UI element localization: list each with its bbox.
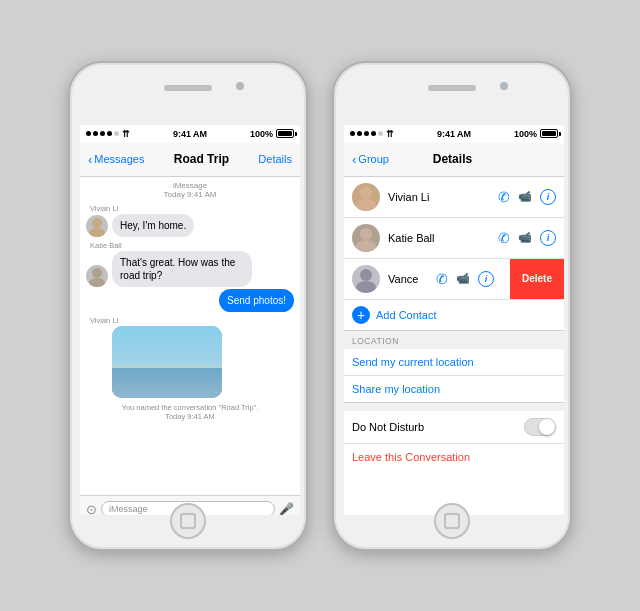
add-contact-label: Add Contact	[376, 309, 437, 321]
battery-icon-2	[540, 129, 558, 138]
svg-point-8	[360, 269, 372, 281]
nav-title-messages: Road Trip	[174, 152, 229, 166]
status-bar-1: ⇈ 9:41 AM 100%	[80, 125, 300, 143]
nav-title-details: Details	[433, 152, 472, 166]
leave-label: Leave this Conversation	[352, 451, 470, 463]
speaker	[164, 85, 212, 91]
screen-messages: ⇈ 9:41 AM 100% ‹ Messages Road Trip Deta…	[80, 125, 300, 515]
details-button[interactable]: Details	[258, 153, 292, 165]
leave-row[interactable]: Leave this Conversation	[344, 444, 564, 470]
bubble-2: That's great. How was the road trip?	[112, 251, 252, 287]
contact-row-katie: Katie Ball ✆ 📹 i	[344, 218, 564, 259]
info-icon-katie[interactable]: i	[540, 230, 556, 246]
home-button-inner-2	[444, 513, 460, 529]
battery-pct-1: 100%	[250, 129, 273, 139]
svg-point-3	[89, 278, 105, 287]
dnd-label: Do Not Disturb	[352, 421, 524, 433]
back-button-messages[interactable]: ‹ Messages	[88, 152, 144, 167]
delete-button-vance[interactable]: Delete	[510, 259, 564, 299]
home-button-inner-1	[180, 513, 196, 529]
svg-point-7	[356, 240, 376, 252]
info-icon-vance[interactable]: i	[478, 271, 494, 287]
battery-icon-1	[276, 129, 294, 138]
details-content: Vivian Li ✆ 📹 i Katie Ball ✆ 📹	[344, 177, 564, 470]
location-list: Send my current location Share my locati…	[344, 349, 564, 403]
status-bar-2: ⇈ 9:41 AM 100%	[344, 125, 564, 143]
video-icon-vivian[interactable]: 📹	[518, 190, 532, 203]
conversation-label: You named the conversation "Road Trip". …	[80, 399, 300, 425]
phone-messages: ⇈ 9:41 AM 100% ‹ Messages Road Trip Deta…	[68, 61, 308, 551]
add-contact-row[interactable]: + Add Contact	[344, 300, 564, 331]
mic-icon[interactable]: 🎤	[279, 502, 294, 515]
battery-pct-2: 100%	[514, 129, 537, 139]
bubble-wrap-1: Hey, I'm home.	[86, 214, 294, 237]
contact-actions-vance: ✆ 📹 i	[436, 271, 494, 287]
avatar-vivian-1	[86, 215, 108, 237]
status-left-2: ⇈	[350, 129, 394, 139]
back-label-messages: Messages	[94, 153, 144, 165]
contact-row-vivian: Vivian Li ✆ 📹 i	[344, 177, 564, 218]
info-icon-vivian[interactable]: i	[540, 189, 556, 205]
separator-1	[344, 403, 564, 411]
contact-name-katie: Katie Ball	[388, 232, 498, 244]
chevron-left-icon-2: ‹	[352, 152, 356, 167]
dnd-row: Do Not Disturb	[344, 411, 564, 444]
sender-vivian-photo: Vivian Li	[86, 314, 294, 326]
svg-point-0	[92, 218, 102, 228]
nav-bar-details: ‹ Group Details	[344, 143, 564, 177]
back-button-details[interactable]: ‹ Group	[352, 152, 389, 167]
camera-2	[500, 82, 508, 90]
contact-actions-vivian: ✆ 📹 i	[498, 189, 556, 205]
back-label-details: Group	[358, 153, 389, 165]
svg-point-6	[360, 228, 372, 240]
input-placeholder: iMessage	[109, 504, 148, 514]
home-button-2[interactable]	[434, 503, 470, 539]
phone-details: ⇈ 9:41 AM 100% ‹ Group Details	[332, 61, 572, 551]
phone-icon-vivian[interactable]: ✆	[498, 189, 510, 205]
speaker-2	[428, 85, 476, 91]
sender-katie: Katie Ball	[86, 239, 294, 251]
message-row-photo: Vivian Li	[80, 313, 300, 399]
sender-vivian-1: Vivian Li	[86, 202, 294, 214]
avatar-vivian-detail	[352, 183, 380, 211]
screen-details: ⇈ 9:41 AM 100% ‹ Group Details	[344, 125, 564, 515]
camera-icon[interactable]: ⊙	[86, 502, 97, 515]
video-icon-vance[interactable]: 📹	[456, 272, 470, 285]
contact-actions-katie: ✆ 📹 i	[498, 230, 556, 246]
svg-point-2	[92, 268, 102, 278]
photo-bubble	[112, 326, 222, 398]
send-location-row[interactable]: Send my current location	[344, 349, 564, 376]
wifi-icon: ⇈	[122, 129, 130, 139]
add-plus-icon: +	[352, 306, 370, 324]
message-row-3: Send photos!	[80, 288, 300, 313]
bubble-1: Hey, I'm home.	[112, 214, 194, 237]
video-icon-katie[interactable]: 📹	[518, 231, 532, 244]
status-left: ⇈	[86, 129, 130, 139]
svg-point-1	[89, 228, 105, 237]
contact-row-vance: Vance ✆ 📹 i Delete	[344, 259, 564, 300]
status-time-2: 9:41 AM	[437, 129, 471, 139]
dnd-toggle[interactable]	[524, 418, 556, 436]
contact-name-vivian: Vivian Li	[388, 191, 498, 203]
svg-point-5	[356, 199, 376, 211]
share-location-label: Share my location	[352, 383, 440, 395]
phone-icon-vance[interactable]: ✆	[436, 271, 448, 287]
avatar-vance-detail	[352, 265, 380, 293]
status-right-1: 100%	[250, 129, 294, 139]
messages-content: iMessage Today 9:41 AM Vivian Li Hey, I'…	[80, 177, 300, 495]
scene: ⇈ 9:41 AM 100% ‹ Messages Road Trip Deta…	[0, 0, 640, 611]
imessage-label: iMessage Today 9:41 AM	[80, 177, 300, 201]
phone-icon-katie[interactable]: ✆	[498, 230, 510, 246]
message-row-2: Katie Ball That's great. How was the roa…	[80, 238, 300, 288]
status-time-1: 9:41 AM	[173, 129, 207, 139]
avatar-katie-detail	[352, 224, 380, 252]
svg-point-9	[356, 281, 376, 293]
bubble-3: Send photos!	[219, 289, 294, 312]
bubble-wrap-2: That's great. How was the road trip?	[86, 251, 294, 287]
status-right-2: 100%	[514, 129, 558, 139]
chevron-left-icon: ‹	[88, 152, 92, 167]
share-location-row[interactable]: Share my location	[344, 376, 564, 402]
signal	[86, 131, 119, 136]
camera	[236, 82, 244, 90]
home-button-1[interactable]	[170, 503, 206, 539]
